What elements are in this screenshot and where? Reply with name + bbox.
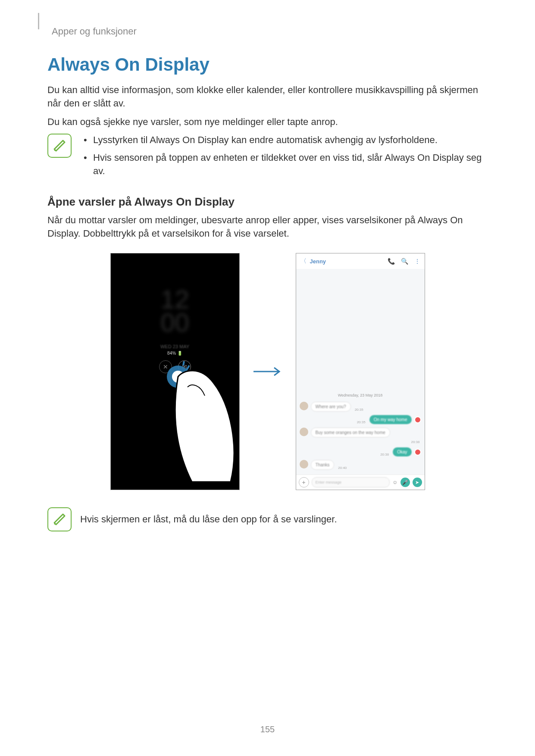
intro-paragraph-1: Du kan alltid vise informasjon, som klok… [47,84,488,110]
voice-icon: 🎤 [400,478,410,487]
intro-paragraph-2: Du kan også sjekke nye varsler, som nye … [47,116,488,129]
aod-screenshot: 12 00 WED 23 MAY 84% 🔋 ✕ ✉ [110,253,240,490]
chat-body: Wednesday, 23 May 2018 Where are you? 20… [296,269,425,475]
chat-header: 〈 Jenny 📞 🔍 ⋮ [296,253,425,269]
page-number: 155 [0,725,535,734]
incoming-message: Where are you? [311,402,351,412]
figure: 12 00 WED 23 MAY 84% 🔋 ✕ ✉ [47,253,488,490]
subheading: Åpne varsler på Always On Display [47,195,488,209]
message-icon: ✉ [178,360,191,373]
more-icon: ⋮ [414,258,420,265]
incoming-message: Thanks [311,460,335,470]
section-header: Apper og funksjoner [52,26,488,37]
outgoing-message: Okay [393,447,411,456]
unread-dot-icon [414,449,421,456]
aod-battery: 84% 🔋 [111,351,239,356]
avatar [300,428,308,436]
incoming-message: Buy some oranges on the way home [311,428,390,437]
avatar [300,460,308,469]
note-icon [47,134,72,158]
aod-notification-icons: ✕ ✉ [111,360,239,373]
add-attachment-icon: + [299,477,309,487]
emoji-icon: ☺ [392,479,397,485]
note-block-1: Lysstyrken til Always On Display kan end… [47,134,488,182]
note-icon [47,507,72,531]
note-text: Hvis skjermen er låst, må du låse den op… [80,513,337,526]
double-tap-hand-icon [162,361,240,490]
search-icon: 🔍 [401,258,408,265]
note-block-2: Hvis skjermen er låst, må du låse den op… [47,507,488,531]
outgoing-message: On my way home [369,415,412,424]
aod-date: WED 23 MAY [111,344,239,349]
missed-call-icon: ✕ [159,360,172,373]
note-bullet-1: Lysstyrken til Always On Display kan end… [80,134,488,147]
aod-clock: 12 00 [111,288,239,334]
note-bullet-2: Hvis sensoren på toppen av enheten er ti… [80,151,488,178]
chat-date: Wednesday, 23 May 2018 [300,393,421,397]
message-input: Enter message [312,477,390,487]
header-rule [38,13,39,29]
messages-screenshot: 〈 Jenny 📞 🔍 ⋮ Wednesday, 23 May 2018 Whe… [296,253,425,490]
arrow-right-icon [253,366,283,377]
send-icon: ➤ [413,478,422,487]
unread-dot-icon [414,416,421,423]
chat-input-bar: + Enter message ☺ 🎤 ➤ [296,475,425,490]
page-title: Always On Display [47,54,488,75]
sub-paragraph-1: Når du mottar varsler om meldinger, ubes… [47,214,488,241]
chat-contact-name: Jenny [310,258,382,265]
back-icon: 〈 [300,257,307,265]
avatar [300,402,308,410]
call-icon: 📞 [388,258,395,265]
